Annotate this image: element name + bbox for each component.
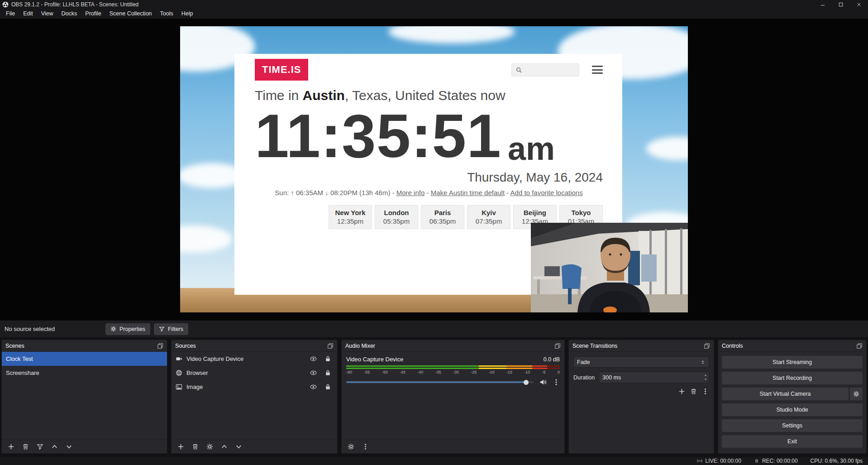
eye-icon[interactable] (310, 384, 317, 390)
time-ampm: am (508, 132, 555, 165)
exit-button[interactable]: Exit (722, 435, 863, 448)
menu-docks[interactable]: Docks (57, 9, 81, 19)
transition-select[interactable]: Fade (573, 356, 709, 368)
live-status: LIVE: 00:00:00 (697, 458, 741, 464)
lock-icon[interactable] (324, 384, 331, 390)
scene-item-screenshare[interactable]: Screenshare (2, 366, 167, 380)
sources-panel: Sources Video Capture Device (171, 340, 338, 454)
menu-profile[interactable]: Profile (81, 9, 105, 19)
source-item-image[interactable]: Image (172, 380, 337, 394)
webcam-overlay (531, 223, 688, 312)
source-toolbar: No source selected Properties Filters (0, 320, 868, 337)
scene-transitions-panel: Scene Transitions Fade Duration 300 ms (568, 340, 714, 454)
menu-tools[interactable]: Tools (156, 9, 177, 19)
menu-help[interactable]: Help (177, 9, 197, 19)
move-source-up-button[interactable] (220, 443, 228, 451)
remove-source-button[interactable] (191, 443, 199, 451)
close-button[interactable] (850, 0, 868, 9)
plus-icon (8, 443, 14, 450)
filters-button[interactable]: Filters (154, 323, 188, 335)
menu-scene-collection[interactable]: Scene Collection (105, 9, 156, 19)
spin-up-icon[interactable] (703, 374, 708, 377)
add-scene-button[interactable] (7, 443, 15, 451)
trash-icon (690, 388, 697, 395)
timeis-logo: TIME.IS (255, 59, 308, 81)
selection-status: No source selected (5, 326, 102, 332)
timeis-heading: Time in Austin, Texas, United States now (255, 88, 603, 103)
spin-down-icon[interactable] (703, 378, 708, 381)
menu-edit[interactable]: Edit (19, 9, 37, 19)
sources-panel-title: Sources (175, 343, 196, 349)
popout-icon[interactable] (554, 343, 561, 349)
search-icon (515, 67, 522, 73)
maximize-button[interactable] (832, 0, 850, 9)
speaker-icon[interactable] (539, 379, 547, 386)
lock-icon[interactable] (324, 355, 331, 362)
popout-icon[interactable] (157, 343, 163, 349)
controls-panel: Controls Start Streaming Start Recording… (718, 340, 867, 454)
city-name: Austin (303, 88, 345, 103)
hamburger-menu-icon (592, 64, 603, 76)
duration-input[interactable]: 300 ms (599, 372, 709, 383)
world-clock-newyork: New York12:35pm (329, 205, 372, 229)
plus-icon (678, 388, 685, 395)
minimize-button[interactable] (814, 0, 832, 9)
make-default-link: Make Austin time default (431, 189, 505, 197)
popout-icon[interactable] (856, 343, 863, 349)
scenes-panel: Scenes Clock Test Screenshare (1, 340, 167, 454)
obs-logo-icon (2, 1, 9, 8)
window-controls (814, 0, 868, 9)
menu-file[interactable]: File (2, 9, 19, 19)
chevron-up-icon (221, 443, 228, 450)
volume-slider[interactable] (346, 379, 534, 385)
remove-scene-button[interactable] (22, 443, 29, 451)
start-virtual-camera-button[interactable]: Start Virtual Camera (722, 388, 849, 400)
world-clock-kyiv: Kyiv07:35pm (467, 205, 510, 229)
gear-icon (853, 391, 859, 397)
chevron-down-icon (66, 443, 72, 450)
properties-button[interactable]: Properties (105, 323, 150, 335)
current-date: Thursday, May 16, 2024 (255, 170, 603, 185)
scene-item-clock-test[interactable]: Clock Test (2, 352, 167, 366)
transitions-panel-title: Scene Transitions (572, 343, 617, 349)
menu-view[interactable]: View (37, 9, 57, 19)
window-title: OBS 29.1.2 - Profile: LLHLS BETA - Scene… (11, 1, 138, 8)
scene-preview[interactable]: TIME.IS Time in Austin, Texas, United St… (180, 26, 688, 312)
popout-icon[interactable] (704, 343, 710, 349)
rec-status: REC: 00:00:00 (754, 458, 798, 464)
audio-mixer-panel-title: Audio Mixer (345, 343, 375, 349)
advanced-audio-button[interactable] (347, 443, 355, 451)
slider-handle[interactable] (524, 380, 529, 385)
lock-icon[interactable] (324, 369, 331, 376)
add-source-button[interactable] (177, 443, 185, 451)
move-source-down-button[interactable] (235, 443, 243, 451)
remove-transition-button[interactable] (690, 388, 697, 395)
image-icon (176, 384, 182, 390)
start-streaming-button[interactable]: Start Streaming (722, 356, 863, 369)
transition-menu-button[interactable] (701, 388, 709, 395)
settings-button[interactable]: Settings (722, 419, 863, 432)
timeis-header: TIME.IS (255, 58, 603, 82)
eye-icon[interactable] (310, 369, 317, 376)
eye-icon[interactable] (310, 355, 317, 362)
mixer-menu-button[interactable] (362, 443, 369, 451)
move-scene-down-button[interactable] (65, 443, 73, 451)
studio-mode-button[interactable]: Studio Mode (722, 403, 863, 416)
trash-icon (192, 443, 199, 450)
add-transition-button[interactable] (678, 388, 686, 395)
source-item-browser[interactable]: Browser (172, 366, 337, 380)
scene-filters-button[interactable] (36, 443, 44, 451)
dock-area: Scenes Clock Test Screenshare Sources (0, 337, 868, 456)
source-item-video-capture[interactable]: Video Capture Device (172, 352, 337, 366)
kebab-menu-icon[interactable] (553, 379, 560, 386)
move-scene-up-button[interactable] (51, 443, 58, 451)
popout-icon[interactable] (327, 343, 334, 349)
mixer-channel-name: Video Capture Device (346, 356, 403, 363)
virtual-camera-settings-button[interactable] (850, 388, 863, 400)
start-recording-button[interactable]: Start Recording (722, 372, 863, 384)
source-properties-button[interactable] (206, 443, 214, 451)
chevron-up-icon (51, 443, 58, 450)
gear-icon (206, 443, 213, 450)
cpu-fps-stats: CPU: 0.6%, 30.00 fps (811, 458, 863, 464)
filter-icon (37, 443, 43, 450)
